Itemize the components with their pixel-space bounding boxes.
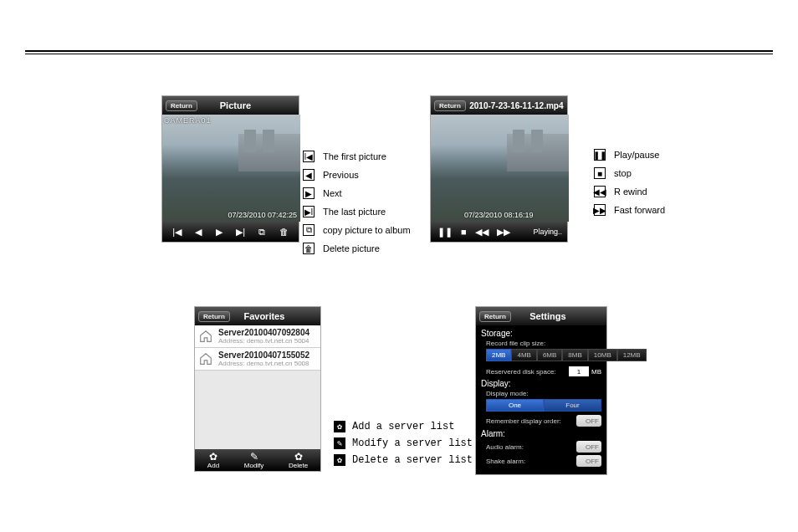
storage-header: Storage: bbox=[481, 329, 601, 338]
legend-label: copy picture to album bbox=[323, 225, 411, 235]
fast-forward-icon[interactable]: ▶▶ bbox=[497, 227, 510, 238]
next-icon[interactable]: ▶ bbox=[216, 227, 223, 238]
clip-size-label: Record file clip size: bbox=[486, 340, 601, 347]
shake-trarm-label: Shake alarm: bbox=[486, 458, 525, 465]
legend-row: ▶I The last picture bbox=[303, 206, 411, 217]
favorites-list: Server20100407092804 Address: demo.tvt.n… bbox=[195, 325, 320, 449]
reserved-label: Reservered disk space: bbox=[486, 368, 556, 376]
video-titlebar: Return 2010-7-23-16-11-12.mp4 bbox=[431, 96, 567, 115]
stop-icon: ■ bbox=[594, 167, 606, 179]
return-button[interactable]: Return bbox=[479, 311, 511, 322]
legend-row: ◀◀ R ewind bbox=[594, 186, 665, 197]
video-phone: Return 2010-7-23-16-11-12.mp4 07/23/2010… bbox=[430, 95, 568, 243]
legend-label: Add a server list bbox=[352, 421, 454, 432]
rewind-icon[interactable]: ◀◀ bbox=[475, 227, 489, 238]
video-controls: ❚❚ ■ ◀◀ ▶▶ Playing.. bbox=[431, 222, 567, 242]
display-mode-label: Display mode: bbox=[486, 390, 601, 397]
stop-icon[interactable]: ■ bbox=[461, 227, 467, 237]
delete-button[interactable]: ✿ Delete bbox=[289, 452, 308, 469]
copy-icon: ⧉ bbox=[303, 224, 315, 236]
legend-row: ✿ Add a server list bbox=[334, 421, 473, 432]
add-label: Add bbox=[207, 462, 219, 469]
play-pause-icon[interactable]: ❚❚ bbox=[437, 227, 453, 238]
reserved-unit: MB bbox=[591, 368, 601, 376]
server-icon bbox=[198, 329, 213, 344]
legend-row: ⧉ copy picture to album bbox=[303, 224, 411, 236]
legend-label: Fast forward bbox=[614, 205, 665, 215]
fast-forward-icon: ▶▶ bbox=[594, 204, 606, 216]
legend-label: Previous bbox=[323, 170, 359, 180]
picture-timestamp: 07/23/2010 07:42:25 bbox=[228, 211, 297, 219]
legend-label: Modify a server list bbox=[352, 437, 473, 449]
horizontal-rule bbox=[25, 50, 773, 52]
segment-option[interactable]: Four bbox=[544, 399, 601, 412]
camera-label: CAMERA01 bbox=[164, 116, 212, 125]
delete-icon: ✿ bbox=[294, 452, 303, 462]
shake-alarm-toggle[interactable]: OFF bbox=[576, 455, 601, 467]
video-status: Playing.. bbox=[533, 228, 562, 236]
audio-alarm-toggle[interactable]: OFF bbox=[576, 441, 601, 453]
legend-row: I◀ The first picture bbox=[303, 151, 411, 162]
modify-button[interactable]: ✎ Modify bbox=[244, 452, 264, 469]
server-icon bbox=[198, 351, 213, 366]
favorites-item-name: Server20100407092804 bbox=[218, 328, 309, 337]
first-picture-icon[interactable]: |◀ bbox=[172, 227, 182, 238]
remember-label: Remember display order: bbox=[486, 417, 561, 425]
remember-order-row: Remember display order: OFF bbox=[486, 415, 601, 427]
first-picture-icon: I◀ bbox=[303, 151, 315, 162]
legend-label: stop bbox=[614, 168, 632, 178]
audio-alarm-row: Audio alarm: OFF bbox=[486, 441, 601, 453]
legend-label: Delete a server list bbox=[352, 454, 473, 466]
segment-option[interactable]: 6MB bbox=[537, 349, 562, 361]
legend-label: R ewind bbox=[614, 187, 647, 197]
legend-row: ◀ Previous bbox=[303, 169, 411, 181]
modify-icon: ✎ bbox=[250, 452, 258, 462]
segment-option[interactable]: 10MB bbox=[588, 349, 617, 361]
previous-icon: ◀ bbox=[303, 169, 315, 181]
legend-row: ■ stop bbox=[594, 167, 665, 179]
favorites-titlebar: Return Favorites bbox=[195, 307, 320, 325]
legend-label: Play/pause bbox=[614, 150, 659, 160]
last-picture-icon: ▶I bbox=[303, 206, 315, 217]
segment-option[interactable]: 12MB bbox=[617, 349, 647, 361]
favorites-item-addr: Address: demo.tvt.net.cn 5004 bbox=[218, 337, 309, 345]
video-image: 07/23/2010 08:16:19 bbox=[431, 115, 569, 222]
favorites-item-addr: Address: demo.tvt.net.cn 5008 bbox=[218, 360, 309, 367]
return-button[interactable]: Return bbox=[434, 100, 466, 111]
segment-option[interactable]: 2MB bbox=[486, 349, 511, 361]
picture-controls: |◀ ◀ ▶ ▶| ⧉ 🗑 bbox=[162, 222, 299, 242]
settings-title: Settings bbox=[514, 311, 581, 321]
legend-label: Delete picture bbox=[323, 243, 380, 253]
segment-option[interactable]: One bbox=[486, 399, 544, 412]
favorites-legend: ✿ Add a server list ✎ Modify a server li… bbox=[334, 421, 473, 471]
return-button[interactable]: Return bbox=[166, 100, 197, 111]
last-picture-icon[interactable]: ▶| bbox=[236, 227, 245, 238]
return-button[interactable]: Return bbox=[198, 311, 230, 322]
modify-label: Modify bbox=[244, 462, 264, 469]
favorites-item[interactable]: Server20100407155052 Address: demo.tvt.n… bbox=[195, 348, 320, 371]
picture-titlebar: Return Picture bbox=[162, 96, 299, 115]
legend-label: The first picture bbox=[323, 151, 386, 161]
legend-row: ✎ Modify a server list bbox=[334, 437, 473, 449]
copy-to-album-icon[interactable]: ⧉ bbox=[258, 227, 265, 238]
segment-option[interactable]: 4MB bbox=[511, 349, 536, 361]
favorites-title: Favorites bbox=[233, 311, 295, 321]
previous-icon[interactable]: ◀ bbox=[195, 227, 202, 238]
add-button[interactable]: ✿ Add bbox=[207, 452, 219, 469]
delete-label: Delete bbox=[289, 462, 308, 469]
segment-option[interactable]: 8MB bbox=[562, 349, 587, 361]
favorites-item-name: Server20100407155052 bbox=[218, 350, 309, 360]
favorites-item[interactable]: Server20100407092804 Address: demo.tvt.n… bbox=[195, 325, 320, 348]
alarm-header: Alarm: bbox=[481, 429, 601, 438]
modify-icon: ✎ bbox=[334, 437, 345, 449]
remember-toggle[interactable]: OFF bbox=[576, 415, 601, 427]
video-title: 2010-7-23-16-11-12.mp4 bbox=[469, 101, 564, 110]
clip-size-segmented[interactable]: 2MB 4MB 6MB 8MB 10MB 12MB bbox=[486, 349, 601, 361]
display-mode-segmented[interactable]: One Four bbox=[486, 399, 601, 412]
legend-row: ✿ Delete a server list bbox=[334, 454, 473, 466]
settings-phone: Return Settings Storage: Record file cli… bbox=[475, 306, 607, 475]
reserved-space-input[interactable] bbox=[569, 366, 589, 376]
picture-phone: Return Picture CAMERA01 07/23/2010 07:42… bbox=[161, 95, 299, 243]
settings-body: Storage: Record file clip size: 2MB 4MB … bbox=[476, 325, 606, 474]
delete-picture-icon[interactable]: 🗑 bbox=[279, 227, 289, 237]
